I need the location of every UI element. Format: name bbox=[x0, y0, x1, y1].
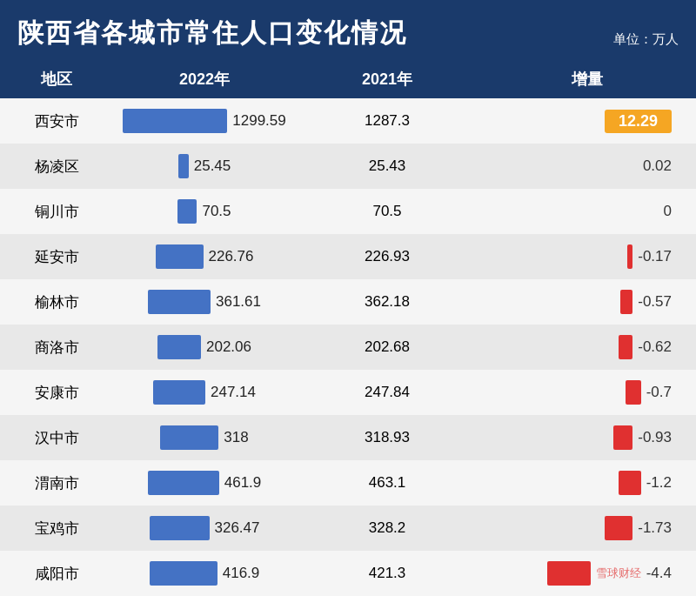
table-row: 宝鸡市326.47328.2-1.73 bbox=[0, 506, 696, 551]
cell-2022: 1299.59 bbox=[113, 98, 296, 144]
table-wrapper: 地区 2022年 2021年 增量 西安市1299.591287.312.29杨… bbox=[0, 60, 696, 616]
table-row: 安康市247.14247.84-0.7 bbox=[0, 370, 696, 415]
table-row: 商洛市202.06202.68-0.62 bbox=[0, 325, 696, 370]
cell-2021: 421.3 bbox=[296, 551, 478, 596]
cell-region: 渭南市 bbox=[0, 460, 113, 506]
watermark: 雪球财经 bbox=[596, 566, 641, 581]
table-row: 延安市226.76226.93-0.17 bbox=[0, 234, 696, 279]
cell-region: 咸阳市 bbox=[0, 551, 113, 596]
table-header-row: 地区 2022年 2021年 增量 bbox=[0, 60, 696, 98]
table-row: 杨凌区25.4525.430.02 bbox=[0, 144, 696, 189]
cell-2021: 328.2 bbox=[296, 506, 478, 551]
cell-2022: 25.45 bbox=[113, 144, 296, 189]
cell-2022: 247.14 bbox=[113, 370, 296, 415]
cell-region: 宝鸡市 bbox=[0, 506, 113, 551]
cell-2021: 202.68 bbox=[296, 325, 478, 370]
cell-change: -0.62 bbox=[478, 325, 696, 370]
cell-region: 杨凌区 bbox=[0, 144, 113, 189]
cell-2022: 461.9 bbox=[113, 460, 296, 506]
cell-region: 商洛市 bbox=[0, 325, 113, 370]
cell-2021: 25.43 bbox=[296, 144, 478, 189]
table-row: 榆林市361.61362.18-0.57 bbox=[0, 279, 696, 325]
main-title: 陕西省各城市常住人口变化情况 bbox=[17, 16, 407, 51]
unit-label: 单位：万人 bbox=[613, 31, 679, 48]
cell-change: -0.57 bbox=[478, 279, 696, 325]
cell-change: -1.2 bbox=[478, 460, 696, 506]
data-table: 地区 2022年 2021年 增量 西安市1299.591287.312.29杨… bbox=[0, 60, 696, 596]
col-header-change: 增量 bbox=[478, 60, 696, 98]
cell-2022: 361.61 bbox=[113, 279, 296, 325]
cell-change: -0.7 bbox=[478, 370, 696, 415]
cell-change: 0 bbox=[478, 189, 696, 234]
cell-region: 汉中市 bbox=[0, 415, 113, 460]
table-row: 渭南市461.9463.1-1.2 bbox=[0, 460, 696, 506]
cell-region: 铜川市 bbox=[0, 189, 113, 234]
cell-change: -0.17 bbox=[478, 234, 696, 279]
table-row: 咸阳市416.9421.3雪球财经-4.4 bbox=[0, 551, 696, 596]
cell-2022: 70.5 bbox=[113, 189, 296, 234]
main-container: 陕西省各城市常住人口变化情况 单位：万人 地区 2022年 2021年 增量 西… bbox=[0, 0, 696, 616]
cell-2021: 362.18 bbox=[296, 279, 478, 325]
cell-change: -1.73 bbox=[478, 506, 696, 551]
cell-2022: 318 bbox=[113, 415, 296, 460]
col-header-2022: 2022年 bbox=[113, 60, 296, 98]
cell-2022: 326.47 bbox=[113, 506, 296, 551]
cell-region: 安康市 bbox=[0, 370, 113, 415]
cell-region: 西安市 bbox=[0, 98, 113, 144]
cell-region: 延安市 bbox=[0, 234, 113, 279]
cell-2021: 463.1 bbox=[296, 460, 478, 506]
cell-change: 0.02 bbox=[478, 144, 696, 189]
cell-change: -0.93 bbox=[478, 415, 696, 460]
cell-2021: 318.93 bbox=[296, 415, 478, 460]
table-row: 铜川市70.570.50 bbox=[0, 189, 696, 234]
table-row: 汉中市318318.93-0.93 bbox=[0, 415, 696, 460]
cell-2022: 202.06 bbox=[113, 325, 296, 370]
cell-2021: 226.93 bbox=[296, 234, 478, 279]
cell-region: 榆林市 bbox=[0, 279, 113, 325]
header: 陕西省各城市常住人口变化情况 单位：万人 bbox=[0, 0, 696, 60]
table-row: 西安市1299.591287.312.29 bbox=[0, 98, 696, 144]
cell-2022: 226.76 bbox=[113, 234, 296, 279]
cell-2021: 247.84 bbox=[296, 370, 478, 415]
cell-2022: 416.9 bbox=[113, 551, 296, 596]
cell-change: 12.29 bbox=[478, 98, 696, 144]
cell-change: 雪球财经-4.4 bbox=[478, 551, 696, 596]
cell-2021: 1287.3 bbox=[296, 98, 478, 144]
cell-2021: 70.5 bbox=[296, 189, 478, 234]
col-header-region: 地区 bbox=[0, 60, 113, 98]
col-header-2021: 2021年 bbox=[296, 60, 478, 98]
